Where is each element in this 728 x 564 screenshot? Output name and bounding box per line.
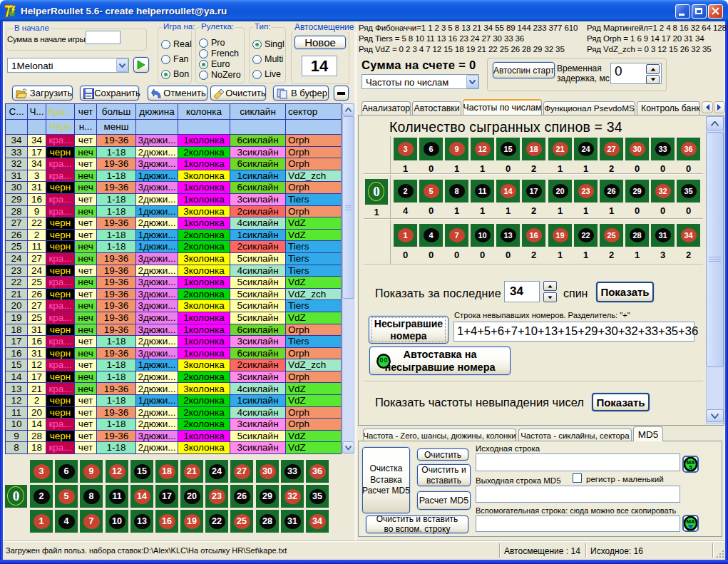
svg-text:МА: МА (687, 518, 695, 525)
svg-text:5: 5 (689, 464, 692, 471)
